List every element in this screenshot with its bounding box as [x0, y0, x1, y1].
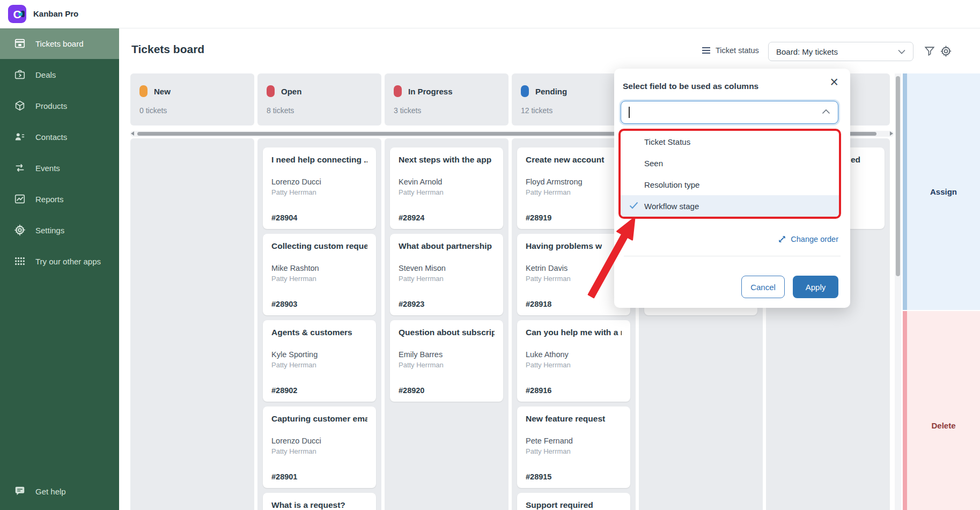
sidebar-item-deals[interactable]: Deals — [0, 59, 119, 90]
checkmark-icon — [629, 202, 638, 209]
sidebar-item-get-help[interactable]: Get help — [0, 476, 133, 507]
dropdown-option-seen[interactable]: Seen — [621, 152, 839, 174]
vertical-scrollbar[interactable] — [895, 73, 901, 510]
modal-divider — [624, 256, 841, 256]
ticket-id: #28918 — [526, 300, 551, 308]
ticket-card[interactable]: What about partnership Steven Mison Patt… — [390, 234, 503, 315]
ticket-card[interactable]: What is a request? — [263, 493, 376, 510]
ticket-agent: Patty Herrman — [399, 275, 495, 283]
ticket-requester: Lorenzo Ducci — [271, 178, 367, 186]
contacts-icon — [14, 131, 26, 143]
ticket-id: #28924 — [399, 213, 424, 222]
delete-zone-label: Delete — [907, 421, 980, 430]
app-logo-icon: C — [8, 5, 26, 23]
column-name: In Progress — [408, 87, 453, 96]
delete-zone-strip — [903, 311, 907, 510]
ticket-id: #28902 — [271, 386, 297, 395]
ticket-card[interactable]: Can you help me with a r... Luke Athony … — [517, 320, 630, 402]
option-label: Workflow stage — [644, 202, 699, 211]
deals-icon — [14, 69, 26, 80]
field-options-list-annotated: Ticket Status Seen Resolution type Workf… — [618, 129, 841, 219]
logo-letter: C — [13, 9, 21, 20]
page-title: Tickets board — [131, 43, 204, 56]
ticket-card[interactable]: Having problems w Ketrin Davis Patty Her… — [517, 234, 630, 315]
assign-drop-zone[interactable]: Assign — [903, 73, 980, 310]
ticket-agent: Patty Herrman — [526, 361, 622, 369]
column-count: 8 tickets — [267, 106, 294, 115]
sidebar-item-events[interactable]: Events — [0, 152, 119, 183]
chevron-down-icon — [898, 49, 905, 54]
ticket-card[interactable]: Question about subscript... Emily Barres… — [390, 320, 503, 402]
ticket-card[interactable]: Support required — [517, 493, 630, 510]
settings-gear-icon — [14, 224, 26, 236]
ticket-title: I need help connecting ... — [271, 155, 367, 165]
tickets-board-icon — [14, 38, 26, 49]
option-label: Resolution type — [644, 180, 699, 189]
reports-icon — [14, 193, 26, 205]
ticket-agent: Patty Herrman — [526, 188, 622, 196]
filter-funnel-icon — [924, 45, 935, 57]
dropdown-option-workflow-stage[interactable]: Workflow stage — [621, 195, 839, 217]
assign-zone-strip — [903, 73, 907, 310]
cancel-button[interactable]: Cancel — [741, 276, 785, 298]
select-field-modal: Select field to be used as columns × Tic… — [614, 69, 850, 308]
apply-button[interactable]: Apply — [793, 276, 838, 298]
column-count: 3 tickets — [394, 106, 421, 115]
ticket-agent: Patty Herrman — [399, 361, 495, 369]
ticket-card[interactable]: Capturing customer ema... Lorenzo Ducci … — [263, 406, 376, 488]
board-settings-button[interactable] — [940, 45, 952, 60]
ticket-card[interactable]: Create new account Floyd Armstrong Patty… — [517, 147, 630, 229]
gear-icon — [940, 45, 952, 57]
field-combobox-input[interactable] — [621, 101, 838, 124]
change-order-label: Change order — [791, 235, 838, 243]
sidebar-item-try-our-other-apps[interactable]: Try our other apps — [0, 246, 119, 277]
ticket-agent: Patty Herrman — [271, 275, 367, 283]
change-order-link[interactable]: Change order — [778, 235, 838, 243]
modal-title: Select field to be used as columns — [623, 82, 758, 91]
ticket-title: Having problems w — [526, 241, 622, 251]
ticket-requester: Mike Rashton — [271, 264, 367, 272]
board-select[interactable]: Board: My tickets — [768, 42, 913, 61]
ticket-agent: Patty Herrman — [271, 188, 367, 196]
board-select-value: Board: My tickets — [776, 47, 838, 56]
sidebar-item-products[interactable]: Products — [0, 90, 119, 121]
sidebar-item-settings[interactable]: Settings — [0, 215, 119, 246]
close-icon[interactable]: × — [828, 73, 841, 92]
ticket-requester: Steven Mison — [399, 264, 495, 272]
apps-grid-icon — [14, 255, 26, 267]
chevron-up-icon[interactable] — [822, 109, 830, 114]
ticket-card[interactable]: New feature request Pete Fernand Patty H… — [517, 406, 630, 488]
ticket-card[interactable]: Collecting custom reques... Mike Rashton… — [263, 234, 376, 315]
ticket-title: What is a request? — [271, 500, 367, 510]
sidebar-item-reports[interactable]: Reports — [0, 183, 119, 215]
dropdown-option-resolution-type[interactable]: Resolution type — [621, 174, 839, 195]
sidebar-item-contacts[interactable]: Contacts — [0, 121, 119, 152]
status-dot — [139, 85, 148, 97]
ticket-card[interactable]: Next steps with the app Kevin Arnold Pat… — [390, 147, 503, 229]
ticket-title: What about partnership — [399, 241, 495, 251]
delete-drop-zone[interactable]: Delete — [903, 311, 980, 510]
vertical-scrollbar-thumb[interactable] — [896, 76, 900, 276]
app-root: C Kanban Pro Tickets board Deals Product… — [0, 0, 980, 510]
sidebar-item-label: Try our other apps — [35, 257, 101, 266]
ticket-status-button[interactable]: Ticket status — [702, 46, 759, 55]
sidebar-item-label: Products — [35, 101, 67, 110]
dropdown-option-ticket-status[interactable]: Ticket Status — [621, 131, 839, 152]
column-count: 0 tickets — [139, 106, 167, 115]
ticket-title: New feature request — [526, 414, 622, 424]
app-name: Kanban Pro — [33, 9, 78, 18]
chat-help-icon — [14, 485, 26, 497]
ticket-id: #28904 — [271, 213, 297, 222]
filter-button[interactable] — [924, 45, 935, 59]
kanban-column-in-progress: Next steps with the app Kevin Arnold Pat… — [385, 138, 509, 510]
kanban-column-open: I need help connecting ... Lorenzo Ducci… — [257, 138, 381, 510]
scroll-right-arrow-icon[interactable] — [890, 131, 893, 136]
sidebar-item-tickets-board[interactable]: Tickets board — [0, 28, 119, 59]
scroll-left-arrow-icon[interactable] — [131, 131, 134, 136]
ticket-title: Question about subscript... — [399, 328, 495, 337]
ticket-agent: Patty Herrman — [399, 188, 495, 196]
products-icon — [14, 100, 26, 112]
ticket-title: Next steps with the app — [399, 155, 495, 165]
ticket-card[interactable]: Agents & customers Kyle Sporting Patty H… — [263, 320, 376, 402]
ticket-card[interactable]: I need help connecting ... Lorenzo Ducci… — [263, 147, 376, 229]
